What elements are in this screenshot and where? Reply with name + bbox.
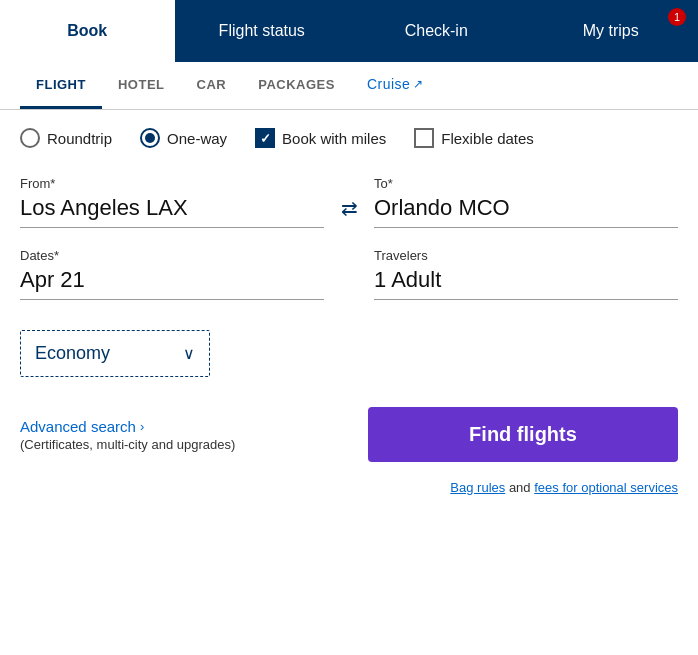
checkmark-icon: ✓ <box>260 131 271 146</box>
to-input[interactable]: Orlando MCO <box>374 195 678 228</box>
nav-flight-status-label: Flight status <box>219 22 305 40</box>
chevron-right-icon: › <box>140 419 144 434</box>
book-with-miles-label: Book with miles <box>282 130 386 147</box>
roundtrip-label: Roundtrip <box>47 130 112 147</box>
dates-input[interactable]: Apr 21 <box>20 267 324 300</box>
nav-book-label: Book <box>67 22 107 40</box>
top-navigation: Book Flight status Check-in My trips 1 <box>0 0 698 62</box>
nav-flight-status[interactable]: Flight status <box>175 0 350 62</box>
nav-book[interactable]: Book <box>0 0 175 62</box>
advanced-search-subtitle: (Certificates, multi-city and upgrades) <box>20 437 235 452</box>
dates-travelers-row: Dates* Apr 21 Travelers 1 Adult <box>20 248 678 300</box>
oneway-option[interactable]: One-way <box>140 128 227 148</box>
tab-packages[interactable]: PACKAGES <box>242 63 351 109</box>
oneway-radio[interactable] <box>140 128 160 148</box>
cabin-class-label: Economy <box>35 343 110 364</box>
nav-check-in[interactable]: Check-in <box>349 0 524 62</box>
roundtrip-radio[interactable] <box>20 128 40 148</box>
dropdown-arrow-icon: ∨ <box>183 344 195 363</box>
nav-check-in-label: Check-in <box>405 22 468 40</box>
book-with-miles-checkbox[interactable]: ✓ <box>255 128 275 148</box>
tab-cruise[interactable]: Cruise ↗ <box>351 62 440 109</box>
book-with-miles-option[interactable]: ✓ Book with miles <box>255 128 386 148</box>
tab-flight[interactable]: FLIGHT <box>20 63 102 109</box>
travelers-field-group: Travelers 1 Adult <box>374 248 678 300</box>
cabin-class-dropdown[interactable]: Economy ∨ <box>20 330 210 377</box>
radio-dot <box>145 133 155 143</box>
advanced-search-section: Advanced search › (Certificates, multi-c… <box>20 418 235 452</box>
search-options: Roundtrip One-way ✓ Book with miles Flex… <box>0 110 698 166</box>
footer-and-text: and <box>509 480 534 495</box>
footer-links: Bag rules and fees for optional services <box>0 472 698 511</box>
bag-rules-link[interactable]: Bag rules <box>450 480 505 495</box>
fees-link[interactable]: fees for optional services <box>534 480 678 495</box>
travelers-label: Travelers <box>374 248 678 263</box>
external-link-icon: ↗ <box>413 77 424 91</box>
tab-hotel[interactable]: HOTEL <box>102 63 181 109</box>
dates-label: Dates* <box>20 248 324 263</box>
origin-destination-row: From* Los Angeles LAX ⇄ To* Orlando MCO <box>20 176 678 228</box>
cabin-class-section: Economy ∨ <box>0 330 698 387</box>
to-label: To* <box>374 176 678 191</box>
advanced-search-link[interactable]: Advanced search › <box>20 418 235 435</box>
bottom-actions: Advanced search › (Certificates, multi-c… <box>0 387 698 472</box>
nav-my-trips[interactable]: My trips 1 <box>524 0 699 62</box>
tab-car[interactable]: CAR <box>181 63 243 109</box>
nav-my-trips-label: My trips <box>583 22 639 40</box>
swap-button[interactable]: ⇄ <box>324 196 374 228</box>
search-tabs: FLIGHT HOTEL CAR PACKAGES Cruise ↗ <box>0 62 698 110</box>
roundtrip-option[interactable]: Roundtrip <box>20 128 112 148</box>
travelers-input[interactable]: 1 Adult <box>374 267 678 300</box>
oneway-label: One-way <box>167 130 227 147</box>
flexible-dates-label: Flexible dates <box>441 130 534 147</box>
flexible-dates-option[interactable]: Flexible dates <box>414 128 534 148</box>
from-label: From* <box>20 176 324 191</box>
from-input[interactable]: Los Angeles LAX <box>20 195 324 228</box>
dates-field-group: Dates* Apr 21 <box>20 248 324 300</box>
origin-destination-section: From* Los Angeles LAX ⇄ To* Orlando MCO … <box>0 166 698 330</box>
from-field-group: From* Los Angeles LAX <box>20 176 324 228</box>
find-flights-button[interactable]: Find flights <box>368 407 678 462</box>
to-field-group: To* Orlando MCO <box>374 176 678 228</box>
flexible-dates-checkbox[interactable] <box>414 128 434 148</box>
my-trips-badge: 1 <box>668 8 686 26</box>
